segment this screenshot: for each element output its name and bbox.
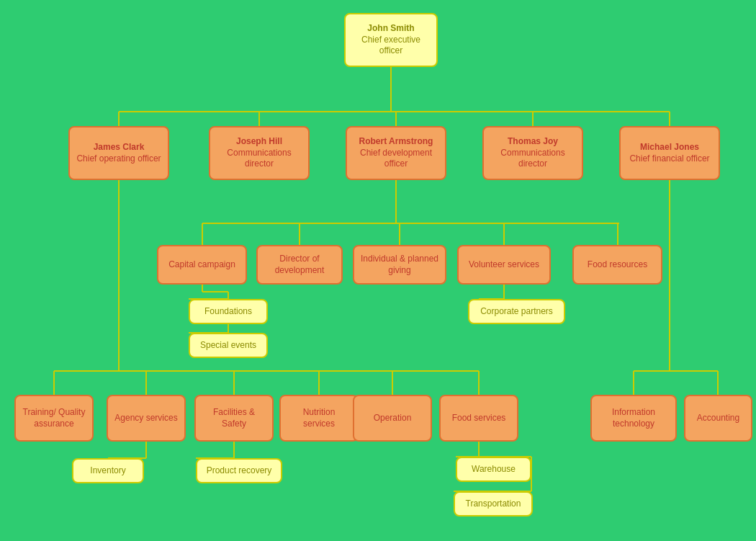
node-joseph: Joseph Hill Communications director xyxy=(209,126,310,180)
node-michael: Michael Jones Chief financial officer xyxy=(619,126,720,180)
warehouse-label: Warehouse xyxy=(472,464,516,475)
info-tech-label: Information technology xyxy=(598,407,670,429)
ceo-title: Chief executive officer xyxy=(351,35,431,57)
facilities-label: Facilities & Safety xyxy=(202,407,266,429)
james-name: James Clark xyxy=(76,142,161,153)
node-james: James Clark Chief operating officer xyxy=(68,126,169,180)
accounting-label: Accounting xyxy=(697,413,739,424)
node-foundations: Foundations xyxy=(189,299,268,324)
thomas-title: Communications director xyxy=(490,148,576,170)
node-operation: Operation xyxy=(353,395,432,442)
special-events-label: Special events xyxy=(200,340,256,352)
node-thomas: Thomas Joy Communications director xyxy=(482,126,583,180)
node-accounting: Accounting xyxy=(684,395,752,442)
robert-title: Chief development officer xyxy=(353,148,439,170)
thomas-name: Thomas Joy xyxy=(490,136,576,148)
agency-label: Agency services xyxy=(114,413,177,424)
ceo-name: John Smith xyxy=(351,23,431,35)
michael-name: Michael Jones xyxy=(629,142,709,153)
node-transportation: Transportation xyxy=(454,491,533,517)
operation-label: Operation xyxy=(374,413,412,424)
node-food-resources: Food resources xyxy=(572,245,662,285)
corporate-label: Corporate partners xyxy=(480,306,553,318)
inventory-label: Inventory xyxy=(90,465,125,477)
food-services-label: Food services xyxy=(452,413,506,424)
capital-label: Capital campaign xyxy=(168,259,235,271)
node-info-tech: Information technology xyxy=(590,395,677,442)
robert-name: Robert Armstrong xyxy=(353,136,439,148)
joseph-title: Communications director xyxy=(216,148,302,170)
node-capital: Capital campaign xyxy=(157,245,247,285)
node-nutrition: Nutrition services xyxy=(279,395,359,442)
node-robert: Robert Armstrong Chief development offic… xyxy=(346,126,446,180)
transportation-label: Transportation xyxy=(466,498,521,510)
product-recovery-label: Product recovery xyxy=(207,465,272,477)
node-food-services: Food services xyxy=(439,395,518,442)
node-agency: Agency services xyxy=(107,395,186,442)
nutrition-label: Nutrition services xyxy=(287,407,351,429)
org-chart: John Smith Chief executive officer James… xyxy=(0,0,756,541)
node-corporate: Corporate partners xyxy=(468,299,565,324)
michael-title: Chief financial officer xyxy=(629,153,709,165)
node-special-events: Special events xyxy=(189,333,268,358)
individual-label: Individual & planned giving xyxy=(360,254,439,276)
node-individual: Individual & planned giving xyxy=(353,245,446,285)
node-inventory: Inventory xyxy=(72,458,144,483)
training-label: Training/ Quality assurance xyxy=(22,407,86,429)
food-resources-label: Food resources xyxy=(588,259,647,271)
node-facilities: Facilities & Safety xyxy=(194,395,274,442)
foundations-label: Foundations xyxy=(204,306,252,318)
node-warehouse: Warehouse xyxy=(456,457,531,482)
node-training: Training/ Quality assurance xyxy=(14,395,94,442)
joseph-name: Joseph Hill xyxy=(216,136,302,148)
volunteer-label: Volunteer services xyxy=(469,259,539,271)
node-product-recovery: Product recovery xyxy=(196,458,282,483)
director-dev-label: Director of development xyxy=(264,254,336,276)
node-volunteer: Volunteer services xyxy=(457,245,551,285)
node-director-dev: Director of development xyxy=(256,245,343,285)
node-ceo: John Smith Chief executive officer xyxy=(344,13,438,67)
james-title: Chief operating officer xyxy=(76,153,161,165)
